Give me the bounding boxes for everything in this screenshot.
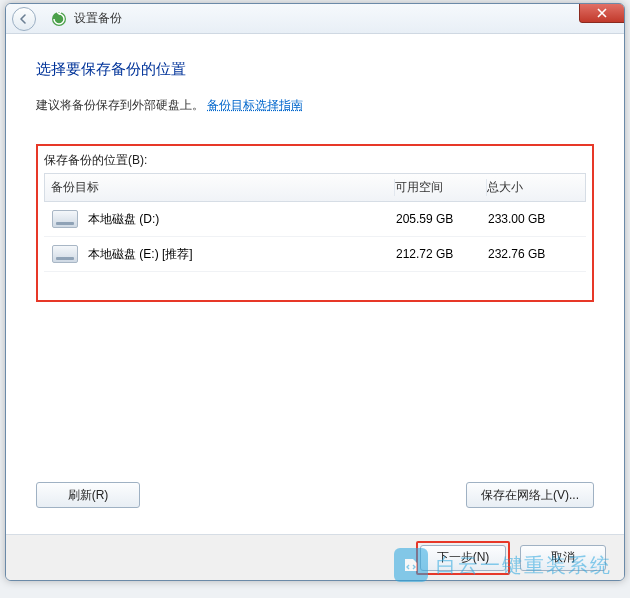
cancel-button[interactable]: 取消	[520, 545, 606, 571]
dialog-footer: 下一步(N) 取消	[6, 534, 624, 580]
drive-name: 本地磁盘 (D:)	[88, 211, 159, 228]
drive-list-area: 保存备份的位置(B): 备份目标 可用空间 总大小 本地磁盘 (D:) 205.…	[36, 144, 594, 302]
advice-text: 建议将备份保存到外部硬盘上。	[36, 98, 204, 112]
drive-name: 本地磁盘 (E:) [推荐]	[88, 246, 193, 263]
table-row[interactable]: 本地磁盘 (D:) 205.59 GB 233.00 GB	[44, 202, 586, 237]
col-total[interactable]: 总大小	[487, 179, 579, 196]
guide-link[interactable]: 备份目标选择指南	[207, 98, 303, 112]
next-highlight: 下一步(N)	[416, 541, 510, 575]
window-title: 设置备份	[74, 10, 122, 27]
hdd-icon	[52, 245, 78, 263]
advice-row: 建议将备份保存到外部硬盘上。 备份目标选择指南	[36, 97, 594, 114]
drive-cell: 本地磁盘 (D:)	[50, 210, 396, 228]
page-heading: 选择要保存备份的位置	[36, 60, 594, 79]
drive-free: 212.72 GB	[396, 247, 488, 261]
hdd-icon	[52, 210, 78, 228]
save-network-button[interactable]: 保存在网络上(V)...	[466, 482, 594, 508]
backup-icon	[50, 10, 68, 28]
next-button[interactable]: 下一步(N)	[420, 545, 506, 571]
titlebar: 设置备份	[6, 4, 624, 34]
close-icon	[597, 8, 607, 18]
back-button[interactable]	[12, 7, 36, 31]
refresh-button[interactable]: 刷新(R)	[36, 482, 140, 508]
table-row[interactable]: 本地磁盘 (E:) [推荐] 212.72 GB 232.76 GB	[44, 237, 586, 272]
mid-buttons: 刷新(R) 保存在网络上(V)...	[36, 422, 594, 508]
drive-total: 232.76 GB	[488, 247, 580, 261]
list-header: 备份目标 可用空间 总大小	[44, 173, 586, 202]
list-label: 保存备份的位置(B):	[44, 152, 586, 169]
col-free[interactable]: 可用空间	[395, 179, 487, 196]
dialog-body: 选择要保存备份的位置 建议将备份保存到外部硬盘上。 备份目标选择指南 保存备份的…	[6, 34, 624, 534]
close-button[interactable]	[579, 3, 625, 23]
col-target[interactable]: 备份目标	[51, 179, 395, 196]
dialog-window: 设置备份 选择要保存备份的位置 建议将备份保存到外部硬盘上。 备份目标选择指南 …	[5, 3, 625, 581]
drive-cell: 本地磁盘 (E:) [推荐]	[50, 245, 396, 263]
drive-free: 205.59 GB	[396, 212, 488, 226]
drive-total: 233.00 GB	[488, 212, 580, 226]
back-arrow-icon	[18, 13, 30, 25]
